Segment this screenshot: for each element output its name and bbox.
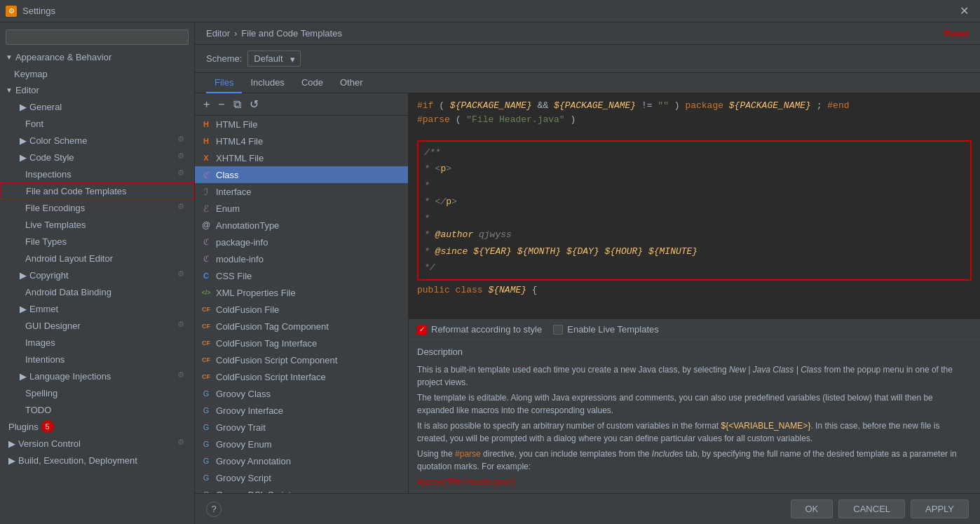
cancel-button[interactable]: CANCEL	[838, 499, 905, 518]
template-list: + − ⧉ ↺ H HTML File H HTML4 File	[195, 93, 409, 493]
item-label: XML Properties File	[216, 288, 296, 298]
remove-template-button[interactable]: −	[215, 97, 227, 112]
list-item-groovy-class[interactable]: G Groovy Class	[195, 385, 408, 402]
sidebar-item-version-control[interactable]: ▶ Version Control ⚙	[0, 435, 194, 452]
apply-button[interactable]: APPLY	[911, 499, 969, 518]
list-item-xml-properties[interactable]: </> XML Properties File	[195, 284, 408, 301]
comment-line: *	[418, 210, 970, 227]
item-label: HTML4 File	[216, 136, 263, 147]
sidebar-item-inspections[interactable]: Inspections ⚙	[0, 166, 194, 182]
tab-other[interactable]: Other	[332, 73, 372, 93]
list-item[interactable]: H HTML4 File	[195, 133, 408, 149]
list-item-css[interactable]: C CSS File	[195, 267, 408, 284]
module-info-icon: ℭ	[200, 253, 212, 264]
item-label: Groovy Script	[216, 473, 271, 483]
reformat-checkbox-label[interactable]: ✓ Reformat according to style	[417, 324, 542, 335]
arrow-icon: ▶	[8, 438, 15, 449]
list-item-groovy-dsl[interactable]: G Groovy DSL Script	[195, 486, 408, 493]
scheme-select[interactable]: Default Project	[247, 51, 301, 67]
sidebar-item-intentions[interactable]: Intentions	[0, 351, 194, 368]
search-input[interactable]	[6, 29, 189, 45]
sidebar-item-general[interactable]: ▶ General	[0, 98, 194, 115]
list-item-groovy-enum[interactable]: G Groovy Enum	[195, 436, 408, 452]
sidebar-item-file-encodings[interactable]: File Encodings ⚙	[0, 199, 194, 216]
list-item[interactable]: H HTML File	[195, 116, 408, 133]
arrow-icon: ▶	[20, 152, 27, 163]
sidebar-item-appearance[interactable]: ▼ Appearance & Behavior	[0, 49, 194, 65]
sidebar-item-plugins[interactable]: Plugins 5	[0, 418, 194, 435]
html-file-icon: H	[200, 119, 212, 130]
list-item-cf-tag-component[interactable]: CF ColdFusion Tag Component	[195, 318, 408, 335]
code-class-line: public class ${NAME} {	[417, 283, 972, 297]
scheme-row: Scheme: Default Project	[195, 45, 980, 73]
sidebar-item-spelling[interactable]: Spelling	[0, 384, 194, 401]
sidebar-label: Android Layout Editor	[25, 253, 113, 264]
item-label: XHTML File	[216, 153, 264, 163]
description-title: Description	[417, 345, 972, 359]
sidebar-item-emmet[interactable]: ▶ Emmet	[0, 300, 194, 317]
list-item-coldfusion[interactable]: CF ColdFusion File	[195, 301, 408, 318]
cf-script-component-icon: CF	[200, 354, 212, 365]
plugins-badge: 5	[41, 420, 54, 433]
list-item-cf-script-component[interactable]: CF ColdFusion Script Component	[195, 351, 408, 368]
list-item-groovy-script[interactable]: G Groovy Script	[195, 469, 408, 486]
sidebar-item-todo[interactable]: TODO	[0, 401, 194, 418]
sidebar-item-language-injections[interactable]: ▶ Language Injections ⚙	[0, 368, 194, 384]
close-button[interactable]: ✕	[954, 1, 974, 20]
list-item-interface[interactable]: ℐ Interface	[195, 183, 408, 200]
sidebar-search-area	[0, 25, 194, 49]
list-item-groovy-trait[interactable]: G Groovy Trait	[195, 419, 408, 436]
sidebar-item-file-types[interactable]: File Types	[0, 233, 194, 250]
sidebar-item-code-style[interactable]: ▶ Code Style ⚙	[0, 149, 194, 166]
sidebar: ▼ Appearance & Behavior Keymap ▼ Editor …	[0, 22, 195, 524]
help-button[interactable]: ?	[206, 502, 222, 517]
copy-template-button[interactable]: ⧉	[231, 97, 244, 112]
sidebar-item-android-data-binding[interactable]: Android Data Binding	[0, 283, 194, 300]
description-text-4: Using the #parse directive, you can incl…	[417, 448, 972, 473]
sidebar-label: Keymap	[14, 69, 48, 79]
list-item-package-info[interactable]: ℭ package-info	[195, 234, 408, 250]
tab-includes[interactable]: Includes	[242, 73, 292, 93]
reset-button[interactable]: Reset	[944, 28, 969, 39]
code-editor[interactable]: #if ( ${PACKAGE_NAME} && ${PACKAGE_NAME}…	[409, 93, 980, 319]
comment-line: * <p>	[418, 161, 970, 177]
ok-button[interactable]: OK	[791, 499, 833, 518]
sidebar-item-font[interactable]: Font	[0, 115, 194, 132]
list-item-module-info[interactable]: ℭ module-info	[195, 250, 408, 267]
list-item-cf-script-interface[interactable]: CF ColdFusion Script Interface	[195, 368, 408, 385]
sidebar-item-keymap[interactable]: Keymap	[0, 65, 194, 82]
sidebar-item-live-templates[interactable]: Live Templates	[0, 216, 194, 233]
sidebar-item-copyright[interactable]: ▶ Copyright ⚙	[0, 267, 194, 283]
tab-code[interactable]: Code	[293, 73, 332, 93]
sidebar-item-build-execution-deployment[interactable]: ▶ Build, Execution, Deployment	[0, 452, 194, 469]
sidebar-item-images[interactable]: Images	[0, 334, 194, 351]
sidebar-item-file-code-templates[interactable]: File and Code Templates	[0, 182, 194, 199]
sidebar-item-color-scheme[interactable]: ▶ Color Scheme ⚙	[0, 132, 194, 149]
tabs-bar: Files Includes Code Other	[195, 73, 980, 93]
item-label: CSS File	[216, 271, 252, 281]
gear-icon: ⚙	[177, 269, 189, 281]
arrow-icon: ▶	[20, 371, 27, 382]
comment-line-author: * @author qjwyss	[418, 227, 970, 243]
live-templates-checkbox-label[interactable]: Enable Live Templates	[553, 324, 659, 335]
sidebar-item-android-layout-editor[interactable]: Android Layout Editor	[0, 250, 194, 267]
list-item-annotation[interactable]: @ AnnotationType	[195, 217, 408, 234]
reset-template-button[interactable]: ↺	[247, 96, 261, 112]
item-label: Class	[216, 170, 239, 180]
add-template-button[interactable]: +	[200, 97, 212, 112]
list-item-class[interactable]: ℭ Class	[195, 166, 408, 183]
list-item-groovy-annotation[interactable]: G Groovy Annotation	[195, 452, 408, 469]
item-label: ColdFusion Tag Component	[216, 321, 329, 332]
list-item-groovy-interface[interactable]: G Groovy Interface	[195, 402, 408, 419]
reformat-checkbox[interactable]: ✓	[417, 325, 427, 335]
app-icon: ⚙	[6, 6, 17, 17]
live-templates-checkbox[interactable]	[553, 325, 563, 335]
sidebar-label: Copyright	[29, 270, 69, 281]
list-item[interactable]: X XHTML File	[195, 149, 408, 166]
sidebar-label: Appearance & Behavior	[15, 52, 111, 62]
list-item-cf-tag-interface[interactable]: CF ColdFusion Tag Interface	[195, 335, 408, 351]
tab-files[interactable]: Files	[206, 73, 242, 93]
sidebar-item-editor[interactable]: ▼ Editor	[0, 82, 194, 98]
sidebar-item-gui-designer[interactable]: GUI Designer ⚙	[0, 317, 194, 334]
list-item-enum[interactable]: ℰ Enum	[195, 200, 408, 217]
